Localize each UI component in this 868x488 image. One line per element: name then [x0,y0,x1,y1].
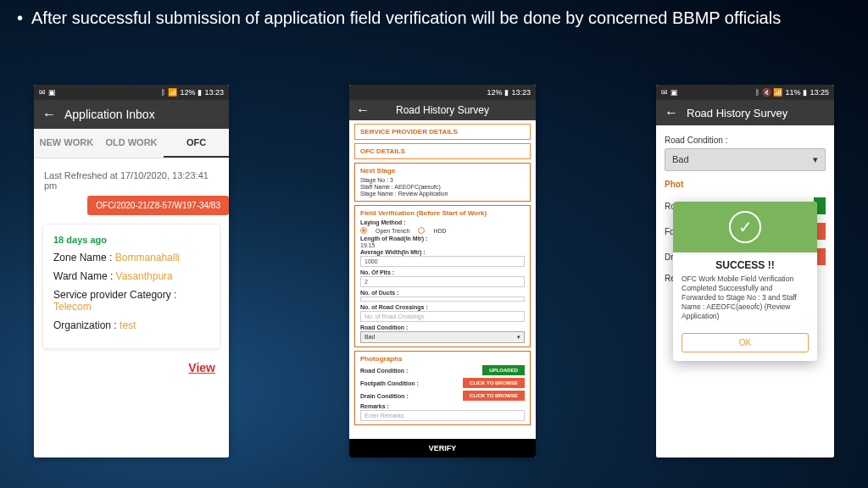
browse-footpath-button[interactable]: CLICK TO BROWSE [463,378,525,388]
next-stage-title: Next Stage [360,167,525,175]
tab-new-work[interactable]: NEW WORK [34,129,99,158]
check-circle-icon: ✓ [729,211,761,243]
photos-title: Photographs [360,355,525,363]
status-right: ᛒ 📶 12% ▮ 13:23 [161,88,224,97]
status-bar: 12% ▮ 13:23 [349,85,536,100]
status-left: ✉ ▣ [39,88,56,97]
bullet-text: After successful submission of applicati… [31,7,781,29]
status-bar: ✉ ▣ ᛒ 📶 12% ▮ 13:23 [34,85,229,100]
battery-pct: 12% [180,88,195,97]
section-ofc[interactable]: OFC DETAILS [354,143,531,159]
pits-input[interactable]: 2 [360,276,525,287]
app-bar: ← Road History Survey [656,100,834,125]
slide-bullet: • After successful submission of applica… [17,7,851,29]
photo-footpath-label: Footpath Condition : [360,380,419,386]
photo-drain-label: Drain Condition : [360,393,409,399]
box-photos: Photographs Road Condition :UPLOADED Foo… [354,351,531,425]
back-icon[interactable]: ← [42,107,56,122]
section-service[interactable]: SERVICE PROVIDER DETAILS [354,124,531,140]
dialog-title: SUCCESS !! [673,252,817,274]
row-category: Service provider Category : Telecom [53,289,209,313]
crossings-label: No. of Road Crossings : [360,304,428,310]
app-title: Application Inbox [64,108,155,121]
road-cond-label: Road Condition : [665,136,826,145]
phone-survey-form: 12% ▮ 13:23 ← Road History Survey SERVIC… [349,85,536,458]
field-verif-title: Field Verification (Before Start of Work… [360,209,525,217]
clock: 13:23 [204,88,224,97]
screenshots-row: ✉ ▣ ᛒ 📶 12% ▮ 13:23 ← Application Inbox … [34,85,834,480]
road-cond-label: Road Condition : [360,324,408,330]
app-bar: ← Road History Survey [349,100,536,120]
success-dialog: ✓ SUCCESS !! OFC Work Mobile Field Verif… [673,202,817,361]
application-card[interactable]: 18 days ago Zone Name : Bommanahalli War… [42,224,220,349]
tab-old-work[interactable]: OLD WORK [99,129,164,158]
row-org: Organization : test [53,319,209,331]
clock: 13:23 [511,88,531,97]
wifi-icon: 📶 [168,88,177,97]
battery-pct: 11% [785,88,800,97]
status-bar: ✉ ▣ ᛒ 🔇 📶 11% ▮ 13:25 [656,85,834,100]
back-icon[interactable]: ← [356,103,370,118]
crossings-input[interactable]: No. of Road Crossings [360,311,525,322]
verify-button[interactable]: VERIFY [349,439,536,458]
battery-icon: ▮ [198,88,202,97]
ducts-input[interactable] [360,297,525,302]
browse-drain-button[interactable]: CLICK TO BROWSE [463,391,525,401]
length-label: Length of Road(In Mtr) : [360,236,427,241]
length-value: 19.15 [360,242,525,248]
staff-name: Staff Name : AEEOFC(aeeofc) [360,184,525,190]
ok-button[interactable]: OK [682,333,809,352]
remarks-label: Remarks : [360,403,389,409]
road-cond-select[interactable]: Bad▾ [665,148,826,171]
chevron-down-icon: ▾ [517,334,520,341]
row-ward: Ward Name : Vasanthpura [53,270,209,282]
stage-name: Stage Name : Review Application [360,191,525,197]
chevron-down-icon: ▾ [813,154,818,165]
clock: 13:25 [810,88,829,97]
tab-ofc[interactable]: OFC [164,129,229,158]
back-icon[interactable]: ← [665,105,678,120]
width-label: Average Width(In Mtr) : [360,249,426,255]
row-zone: Zone Name : Bommanahalli [53,252,209,263]
width-input[interactable]: 1000 [360,256,525,267]
laying-label: Laying Method : [360,219,406,225]
photo-road-label: Road Condition : [360,368,408,374]
app-title: Road History Survey [687,107,787,119]
uploaded-button[interactable]: UPLOADED [482,365,525,375]
ducts-label: No. of Ducts : [360,290,399,296]
dialog-body: OFC Work Mobile Field Verification Compl… [673,274,817,328]
bluetooth-icon: ᛒ [161,88,165,97]
app-title: Road History Survey [396,104,489,116]
app-bar: ← Application Inbox [34,100,229,129]
phone-success: ✉ ▣ ᛒ 🔇 📶 11% ▮ 13:25 ← Road History Sur… [656,85,834,458]
phone-inbox: ✉ ▣ ᛒ 📶 12% ▮ 13:23 ← Application Inbox … [34,85,229,458]
battery-pct: 12% [487,88,502,97]
box-next-stage: Next Stage Stage No : 3 Staff Name : AEE… [354,163,531,202]
last-refreshed: Last Refreshed at 17/10/2020, 13:23:41 p… [34,158,229,196]
tabs: NEW WORK OLD WORK OFC [34,129,229,158]
radio-hdd[interactable] [418,227,425,234]
road-cond-select[interactable]: Bad▾ [360,331,525,343]
radio-open-trench[interactable] [360,227,367,234]
dialog-header: ✓ [673,202,817,252]
photos-cut: Phot [665,180,826,189]
survey-body: Road Condition : Bad▾ Phot Roa Foot Con … [656,125,834,458]
pits-label: No. Of Pits : [360,269,394,275]
stage-no: Stage No : 3 [360,177,525,183]
remarks-input[interactable]: Enter Remarks [360,410,525,421]
view-link[interactable]: View [34,358,229,381]
bullet-dot: • [17,7,23,29]
app-id-pill[interactable]: OFC/2020-21/Z8-57/W197-34/83 [87,196,229,215]
box-field-verif: Field Verification (Before Start of Work… [354,205,531,347]
days-ago: 18 days ago [53,235,209,245]
